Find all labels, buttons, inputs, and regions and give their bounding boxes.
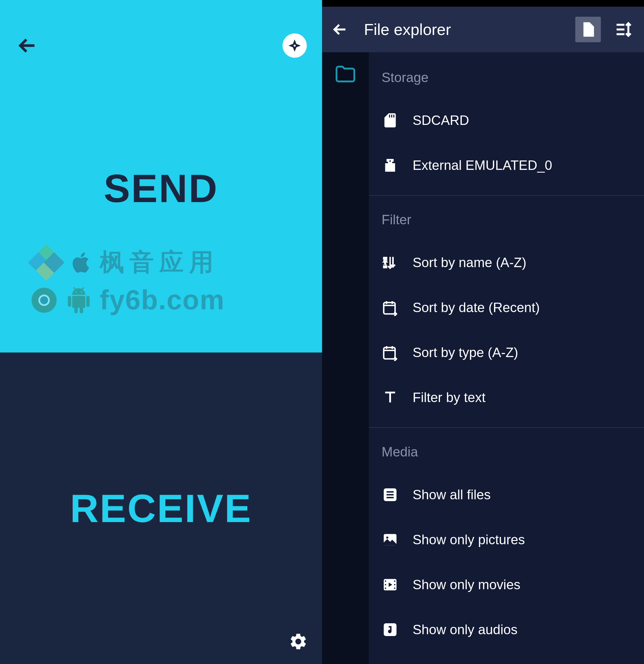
page-title: File explorer bbox=[364, 20, 575, 39]
send-header bbox=[0, 0, 322, 58]
status-bar bbox=[322, 0, 644, 7]
svg-point-19 bbox=[385, 587, 386, 589]
settings-button[interactable] bbox=[288, 632, 308, 651]
usb-icon bbox=[382, 157, 399, 174]
media-movies[interactable]: Show only movies bbox=[369, 562, 644, 607]
body: Storage SDCARD External EMULATED_0 Filte… bbox=[322, 52, 644, 664]
side-rail bbox=[322, 52, 369, 664]
right-screen: File explorer Storage SDCARD External EM… bbox=[322, 0, 644, 664]
svg-point-17 bbox=[385, 580, 386, 582]
section-title-media: Media bbox=[369, 428, 644, 472]
list-doc-icon bbox=[382, 486, 399, 503]
svg-rect-7 bbox=[384, 303, 395, 314]
list-item-label: Show only pictures bbox=[412, 532, 525, 547]
filter-sort-date[interactable]: Sort by date (Recent) bbox=[369, 285, 644, 330]
svg-text:A: A bbox=[383, 255, 388, 262]
send-section[interactable]: SEND 枫音应用 fy6b.com bbox=[0, 0, 322, 353]
svg-rect-11 bbox=[386, 494, 394, 496]
sort-az-icon: AZ bbox=[382, 254, 399, 271]
list-item-label: External EMULATED_0 bbox=[412, 158, 552, 173]
svg-point-4 bbox=[40, 296, 48, 304]
filter-sort-name[interactable]: AZ Sort by name (A-Z) bbox=[369, 240, 644, 285]
rail-folder-tab[interactable] bbox=[322, 52, 369, 95]
back-arrow-icon bbox=[330, 20, 349, 39]
drawer-content: Storage SDCARD External EMULATED_0 Filte… bbox=[369, 52, 644, 664]
svg-rect-10 bbox=[386, 491, 394, 493]
media-pictures[interactable]: Show only pictures bbox=[369, 517, 644, 562]
watermark: 枫音应用 fy6b.com bbox=[31, 246, 225, 316]
picture-icon bbox=[382, 531, 399, 548]
svg-point-21 bbox=[394, 584, 396, 586]
app-header: File explorer bbox=[322, 7, 644, 52]
svg-point-18 bbox=[385, 584, 386, 586]
storage-item-sdcard[interactable]: SDCARD bbox=[369, 98, 644, 143]
filter-sort-type[interactable]: Sort by type (A-Z) bbox=[369, 330, 644, 375]
gear-icon bbox=[288, 632, 308, 651]
list-item-label: Sort by type (A-Z) bbox=[412, 345, 518, 360]
receive-section[interactable]: RECEIVE bbox=[0, 353, 322, 664]
movie-icon bbox=[382, 576, 399, 593]
media-all-files[interactable]: Show all files bbox=[369, 472, 644, 517]
folder-icon bbox=[334, 62, 357, 85]
back-arrow-icon[interactable] bbox=[15, 34, 40, 58]
sort-toggle-button[interactable] bbox=[614, 20, 633, 39]
receive-label: RECEIVE bbox=[70, 485, 252, 531]
svg-point-14 bbox=[386, 537, 388, 539]
list-item-label: Show all files bbox=[412, 487, 491, 502]
filter-by-text[interactable]: Filter by text bbox=[369, 375, 644, 420]
chrome-icon bbox=[31, 287, 58, 314]
audio-icon bbox=[382, 621, 399, 638]
apple-icon bbox=[69, 249, 93, 276]
sdcard-icon bbox=[382, 112, 399, 129]
list-item-label: Show only audios bbox=[412, 622, 518, 637]
svg-point-1 bbox=[294, 45, 296, 47]
sort-icon bbox=[614, 20, 633, 39]
list-item-label: Show only movies bbox=[412, 577, 521, 592]
watermark-text-1: 枫音应用 bbox=[100, 246, 219, 279]
section-title-storage: Storage bbox=[369, 54, 644, 98]
svg-rect-12 bbox=[386, 497, 394, 498]
back-button[interactable] bbox=[330, 20, 349, 39]
android-icon bbox=[66, 287, 92, 313]
list-item-label: Sort by name (A-Z) bbox=[412, 255, 526, 270]
media-audios[interactable]: Show only audios bbox=[369, 607, 644, 652]
text-icon bbox=[382, 389, 399, 406]
file-mode-button[interactable] bbox=[575, 17, 601, 42]
list-item-label: Sort by date (Recent) bbox=[412, 300, 540, 315]
windows-icon bbox=[31, 247, 62, 278]
storage-item-external[interactable]: External EMULATED_0 bbox=[369, 143, 644, 188]
svg-rect-8 bbox=[384, 348, 395, 359]
list-item-label: SDCARD bbox=[412, 113, 469, 128]
file-icon bbox=[580, 22, 596, 37]
date-icon bbox=[382, 344, 399, 361]
left-screen: SEND 枫音应用 fy6b.com RECEIVE bbox=[0, 0, 322, 664]
svg-point-22 bbox=[394, 587, 396, 589]
svg-text:Z: Z bbox=[383, 263, 387, 270]
watermark-text-2: fy6b.com bbox=[100, 285, 225, 316]
send-label: SEND bbox=[104, 166, 218, 211]
date-icon bbox=[382, 299, 399, 316]
section-title-filter: Filter bbox=[369, 196, 644, 240]
compass-icon bbox=[286, 37, 303, 54]
svg-point-20 bbox=[394, 580, 396, 582]
compass-button[interactable] bbox=[282, 34, 307, 58]
list-item-label: Filter by text bbox=[412, 390, 486, 405]
